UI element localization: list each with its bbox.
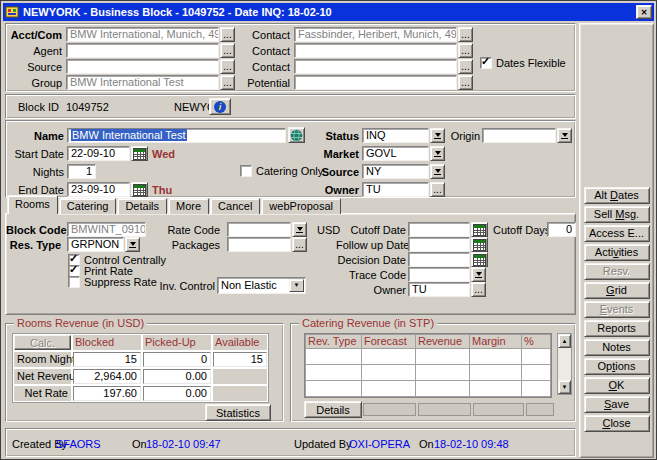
- dates-flexible-label: Dates Flexible: [496, 56, 566, 70]
- source-field[interactable]: [66, 59, 219, 74]
- sell-msg-button[interactable]: Sell Msg.: [584, 206, 650, 223]
- agent-field[interactable]: [66, 43, 219, 58]
- tab-catering[interactable]: Catering: [59, 198, 117, 214]
- updated-by-value: OXI-OPERA: [349, 437, 410, 451]
- notes-button[interactable]: Notes: [584, 339, 650, 356]
- agent-lookup-button[interactable]: ...: [220, 43, 235, 58]
- close-window-button[interactable]: Close: [584, 415, 650, 432]
- acct-com-field[interactable]: BMW International, Munich, 49 8 215 6: [66, 27, 219, 42]
- group-lookup-button[interactable]: ...: [220, 75, 235, 90]
- agent-label: Agent: [6, 44, 62, 58]
- end-date-calendar-button[interactable]: [131, 182, 148, 197]
- tab-more[interactable]: More: [168, 198, 209, 214]
- contact2-lookup-button[interactable]: ...: [458, 43, 473, 58]
- owner-lookup-button[interactable]: ...: [430, 182, 445, 197]
- decision-date-calendar-button[interactable]: [471, 252, 488, 267]
- tab-strip: Rooms Catering Details More Cancel webPr…: [7, 197, 342, 214]
- rate-code-field[interactable]: [227, 222, 291, 237]
- statistics-button[interactable]: Statistics: [205, 404, 271, 421]
- access-button[interactable]: Access E...: [584, 225, 650, 242]
- source-code-field[interactable]: NY: [362, 164, 429, 179]
- acct-com-lookup-button[interactable]: ...: [220, 27, 235, 42]
- total-cell: [526, 403, 554, 416]
- resv-button[interactable]: Resv.: [584, 263, 650, 280]
- name-field[interactable]: BMW International Test: [67, 128, 286, 143]
- cutoff-date-field[interactable]: [408, 222, 470, 237]
- contact1-field[interactable]: Fassbinder, Heribert, Munich, 49 8 125: [294, 27, 457, 42]
- contact2-label: Contact: [238, 44, 290, 58]
- scroll-up-button[interactable]: ▲: [558, 334, 571, 348]
- packages-lookup-button[interactable]: ...: [292, 237, 307, 252]
- cutoff-days-field[interactable]: 0: [547, 222, 576, 237]
- catering-table-scrollbar[interactable]: ▲ ▼: [557, 333, 572, 395]
- inv-control-value: Non Elastic: [221, 279, 277, 291]
- title-bar: NEWYORK - Business Block - 1049752 - Dat…: [3, 3, 654, 21]
- decision-date-field[interactable]: [408, 252, 470, 267]
- empty-cell: [306, 349, 361, 364]
- status-field[interactable]: INQ: [362, 128, 429, 143]
- rate-code-label: Rate Code: [156, 223, 220, 237]
- contact2-field[interactable]: [294, 43, 457, 58]
- business-block-window: NEWYORK - Business Block - 1049752 - Dat…: [0, 0, 657, 460]
- alt-dates-button[interactable]: Alt Dates: [584, 187, 650, 204]
- property-info-button[interactable]: i: [209, 98, 231, 115]
- contact3-lookup-button[interactable]: ...: [458, 59, 473, 74]
- potential-field[interactable]: [294, 75, 457, 90]
- start-date-calendar-button[interactable]: [131, 146, 148, 161]
- tab-rooms[interactable]: Rooms: [7, 195, 58, 214]
- events-button[interactable]: Events: [584, 301, 650, 318]
- nights-field[interactable]: 1: [67, 164, 96, 179]
- scroll-down-button[interactable]: ▼: [558, 380, 571, 394]
- suppress-rate-checkbox[interactable]: [68, 276, 80, 288]
- end-date-field[interactable]: 23-09-10: [67, 182, 130, 197]
- rate-code-lov-button[interactable]: [292, 222, 307, 237]
- owner-field[interactable]: TU: [362, 182, 429, 197]
- block-id-value: 1049752: [66, 100, 109, 114]
- catering-only-checkbox[interactable]: [240, 165, 252, 177]
- packages-field[interactable]: [227, 237, 291, 252]
- options-button[interactable]: Options: [584, 358, 650, 375]
- res-type-lov-button[interactable]: [125, 237, 140, 252]
- potential-lookup-button[interactable]: ...: [458, 75, 473, 90]
- save-button[interactable]: Save: [584, 396, 650, 413]
- grid-button[interactable]: Grid: [584, 282, 650, 299]
- reports-button[interactable]: Reports: [584, 320, 650, 337]
- block-code-field[interactable]: BMWINT_0910: [67, 222, 146, 237]
- source-lookup-button[interactable]: ...: [220, 59, 235, 74]
- follow-up-calendar-button[interactable]: [471, 237, 488, 252]
- ok-button[interactable]: OK: [584, 377, 650, 394]
- footer-bar: Created By SFAORS On 18-02-10 09:47 Upda…: [5, 428, 576, 457]
- origin-lov-button[interactable]: [557, 128, 572, 143]
- res-type-field[interactable]: GRPNON: [67, 237, 124, 252]
- follow-up-date-field[interactable]: [408, 237, 470, 252]
- market-lov-button[interactable]: [430, 146, 445, 161]
- rooms-owner-field[interactable]: TU: [408, 282, 470, 297]
- cutoff-date-calendar-button[interactable]: [471, 222, 488, 237]
- source-lov-button[interactable]: [430, 164, 445, 179]
- market-field[interactable]: GOVL: [362, 146, 429, 161]
- contact3-field[interactable]: [294, 59, 457, 74]
- activities-button[interactable]: Activities: [584, 244, 650, 261]
- calc-button[interactable]: Calc.: [14, 335, 71, 350]
- details-button[interactable]: Details: [304, 401, 362, 418]
- origin-field[interactable]: [482, 128, 556, 143]
- dropdown-button[interactable]: ▼: [289, 279, 304, 292]
- close-button[interactable]: ✕: [636, 5, 652, 19]
- trace-code-lov-button[interactable]: [471, 267, 486, 282]
- tab-webproposal[interactable]: webProposal: [261, 198, 341, 214]
- source-label: Source: [6, 60, 62, 74]
- group-field[interactable]: BMW International Test: [66, 75, 219, 90]
- empty-cell: [213, 369, 267, 384]
- trace-code-field[interactable]: [408, 267, 470, 282]
- lov-icon: [476, 272, 482, 276]
- dates-flexible-checkbox[interactable]: [480, 57, 492, 69]
- owner-label: Owner: [302, 183, 359, 197]
- revenue-cell: 197.60: [73, 386, 141, 401]
- contact1-lookup-button[interactable]: ...: [458, 27, 473, 42]
- inv-control-dropdown[interactable]: Non Elastic ▼: [217, 277, 306, 294]
- tab-cancel[interactable]: Cancel: [210, 198, 260, 214]
- cutoff-date-label: Cutoff Date: [336, 223, 406, 237]
- rooms-owner-lookup-button[interactable]: ...: [471, 282, 486, 297]
- start-date-field[interactable]: 22-09-10: [67, 146, 130, 161]
- tab-details[interactable]: Details: [117, 198, 167, 214]
